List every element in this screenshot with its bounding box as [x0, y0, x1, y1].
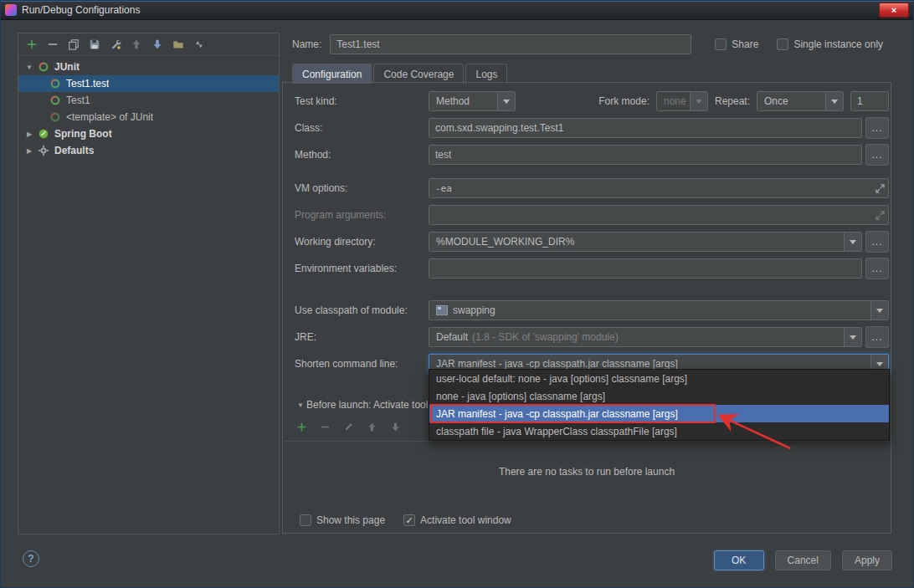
tree-item-test1[interactable]: Test1 [18, 92, 279, 109]
test-kind-select[interactable]: Method [429, 91, 516, 111]
repeat-select[interactable]: Once [757, 91, 844, 111]
share-checkbox-group: Share [715, 38, 758, 50]
dialog-buttons: OK Cancel Apply [714, 550, 892, 570]
use-classpath-select[interactable]: swapping [429, 300, 889, 320]
copy-icon[interactable] [67, 38, 80, 51]
window-title: Run/Debug Configurations [22, 4, 140, 16]
add-icon[interactable] [25, 38, 39, 51]
tree-item-label: Spring Boot [54, 128, 112, 140]
new-folder-icon[interactable] [172, 38, 185, 51]
tree-item-label: Defaults [54, 145, 94, 156]
move-down-icon[interactable] [151, 38, 164, 51]
chevron-right-icon[interactable]: ▶ [23, 130, 35, 138]
single-instance-label: Single instance only [793, 38, 883, 50]
single-instance-group: Single instance only [777, 38, 883, 50]
add-icon[interactable] [295, 420, 308, 433]
tree-item-label: <template> of JUnit [66, 111, 153, 123]
sort-icon[interactable] [193, 38, 206, 51]
template-icon [49, 110, 62, 124]
dropdown-option-classpath-file[interactable]: classpath file - java WrapperClass class… [429, 422, 889, 440]
working-directory-combo[interactable]: %MODULE_WORKING_DIR% [429, 232, 862, 252]
tree-item-test1-test[interactable]: Test1.test [18, 75, 279, 92]
edit-pencil-icon[interactable] [341, 420, 355, 433]
intellij-logo-icon [5, 4, 17, 16]
chevron-down-icon[interactable]: ▼ [23, 64, 35, 71]
tree-item-spring-boot[interactable]: ▶ Spring Boot [18, 125, 279, 142]
move-up-icon[interactable] [365, 420, 378, 433]
working-directory-row: Working directory: %MODULE_WORKING_DIR% … [295, 232, 889, 252]
activate-tool-window-checkbox[interactable]: ✓ [403, 514, 415, 526]
working-directory-label: Working directory: [295, 236, 429, 248]
move-up-icon[interactable] [130, 38, 143, 51]
class-browse-button[interactable]: ... [865, 117, 889, 139]
vm-options-label: VM options: [295, 182, 429, 194]
help-button[interactable]: ? [23, 550, 39, 567]
question-icon: ? [28, 553, 33, 565]
vm-options-row: VM options: -ea [295, 178, 889, 198]
tree-item-junit[interactable]: ▼ JUnit [18, 59, 279, 75]
bottom-checkbox-row: Show this page ✓ Activate tool window [300, 512, 879, 529]
name-input[interactable] [330, 34, 691, 54]
program-arguments-label: Program arguments: [295, 209, 429, 221]
edit-defaults-icon[interactable] [109, 38, 122, 51]
jre-browse-button[interactable]: ... [865, 326, 889, 348]
tree-item-label: Test1.test [66, 78, 109, 89]
save-icon[interactable] [88, 38, 101, 51]
jre-select[interactable]: Default(1.8 - SDK of 'swapping' module) [429, 327, 862, 347]
tab-logs[interactable]: Logs [465, 64, 507, 84]
chevron-down-icon[interactable] [497, 92, 515, 110]
show-this-page-checkbox[interactable] [300, 514, 311, 526]
jre-row: JRE: Default(1.8 - SDK of 'swapping' mod… [295, 327, 889, 347]
test-kind-row: Test kind: Method Fork mode: none Repeat… [295, 91, 889, 111]
jre-hint: (1.8 - SDK of 'swapping' module) [472, 331, 619, 343]
fork-mode-select: none [656, 91, 708, 111]
tree-item-defaults[interactable]: ▶ Defaults [18, 142, 279, 159]
tree-item-label: Test1 [66, 95, 90, 106]
no-tasks-text: There are no tasks to run before launch [499, 466, 675, 478]
vm-options-input[interactable]: -ea [429, 178, 889, 198]
class-input[interactable] [429, 118, 862, 138]
chevron-down-icon[interactable] [825, 92, 843, 110]
tab-code-coverage[interactable]: Code Coverage [373, 64, 464, 84]
chevron-down-icon[interactable] [870, 301, 888, 320]
activate-tool-window-label: Activate tool window [420, 514, 511, 526]
dropdown-option-jar-manifest[interactable]: JAR manifest - java -cp classpath.jar cl… [429, 405, 889, 422]
single-instance-checkbox[interactable] [777, 38, 788, 50]
name-row: Name: Share Single instance only [292, 34, 890, 54]
tab-configuration[interactable]: Configuration [292, 64, 372, 84]
dropdown-option-none[interactable]: none - java [options] classname [args] [429, 387, 889, 405]
use-classpath-label: Use classpath of module: [295, 304, 429, 316]
method-browse-button[interactable]: ... [865, 144, 889, 166]
share-checkbox[interactable] [715, 38, 727, 50]
program-arguments-input[interactable] [429, 205, 889, 225]
dropdown-option-user-local-default[interactable]: user-local default: none - java [options… [429, 370, 889, 387]
program-arguments-row: Program arguments: [295, 205, 889, 225]
chevron-down-icon[interactable]: ▼ [295, 401, 306, 409]
repeat-count-input[interactable] [850, 91, 889, 111]
expand-field-icon[interactable] [875, 211, 885, 220]
defaults-wrench-icon [37, 144, 50, 157]
move-down-icon[interactable] [388, 420, 402, 433]
class-label: Class: [295, 122, 429, 134]
close-button[interactable]: × [879, 3, 909, 18]
remove-icon[interactable] [46, 38, 59, 51]
chevron-right-icon[interactable]: ▶ [23, 147, 35, 155]
chevron-down-icon [690, 92, 707, 110]
environment-variables-browse-button[interactable]: ... [865, 258, 889, 279]
share-label: Share [732, 38, 758, 50]
run-debug-configurations-dialog: Run/Debug Configurations × ▼ JUnit [0, 0, 914, 588]
chevron-down-icon[interactable] [844, 328, 861, 346]
ok-button[interactable]: OK [714, 550, 764, 570]
cancel-button[interactable]: Cancel [775, 550, 831, 570]
working-directory-browse-button[interactable]: ... [865, 231, 889, 253]
expand-field-icon[interactable] [875, 184, 885, 193]
remove-icon[interactable] [318, 420, 331, 433]
environment-variables-input[interactable] [429, 258, 862, 279]
method-input[interactable] [429, 145, 862, 165]
apply-button[interactable]: Apply [842, 550, 892, 570]
tree-item-template-of-junit[interactable]: <template> of JUnit [18, 109, 279, 125]
tab-bar: Configuration Code Coverage Logs [292, 64, 507, 84]
module-icon [436, 305, 448, 315]
chevron-down-icon[interactable] [844, 233, 861, 251]
jre-label: JRE: [295, 331, 429, 343]
